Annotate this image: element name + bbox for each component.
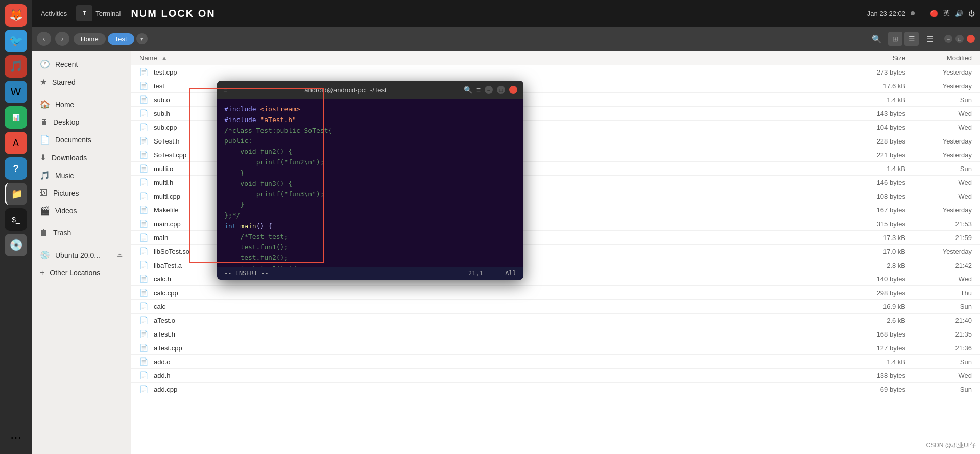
fm-test-breadcrumb[interactable]: Test	[108, 33, 134, 45]
rhythmbox-icon[interactable]: 🎵	[5, 55, 27, 78]
editor-menu-icon[interactable]: ≡	[223, 86, 227, 94]
libreoffice-writer-icon[interactable]: W	[5, 81, 27, 103]
sidebar-item-home[interactable]: 🏠 Home	[32, 95, 131, 113]
editor-minimize-button[interactable]: –	[485, 86, 493, 94]
dvd-icon[interactable]: 💿	[5, 234, 27, 256]
table-row[interactable]: 📄 add.cpp 69 bytes Sun	[131, 383, 980, 396]
firefox-icon[interactable]: 🦊	[5, 4, 27, 27]
table-row[interactable]: 📄 calc.cpp 298 bytes Thu	[131, 286, 980, 300]
file-name: test.cpp	[154, 68, 844, 76]
col-modified-header[interactable]: Modified	[905, 54, 972, 62]
file-name: aTest.o	[154, 317, 844, 324]
sidebar-item-starred[interactable]: ★ Starred	[32, 73, 131, 91]
table-row[interactable]: 📄 add.o 1.4 kB Sun	[131, 355, 980, 369]
file-type-icon: 📄	[139, 206, 150, 214]
fm-list-view-button[interactable]: ☰	[904, 32, 919, 46]
terminal-icon[interactable]: $_	[5, 208, 27, 231]
file-modified: Wed	[905, 193, 972, 200]
editor-maximize-button[interactable]: □	[497, 86, 505, 94]
home-icon: 🏠	[40, 100, 50, 109]
fm-maximize-button[interactable]: □	[955, 35, 964, 43]
appstore-icon[interactable]: A	[5, 132, 27, 154]
fm-home-breadcrumb[interactable]: Home	[74, 33, 106, 45]
file-type-icon: 📄	[139, 178, 150, 186]
file-modified: Sun	[905, 303, 972, 310]
app-grid-icon[interactable]: ⋯	[5, 426, 27, 449]
fm-close-button[interactable]	[967, 35, 975, 43]
file-modified: Yesterday	[905, 137, 972, 145]
file-name: add.h	[154, 372, 844, 379]
col-size-header[interactable]: Size	[844, 54, 905, 62]
editor-search-icon[interactable]: 🔍	[464, 86, 472, 94]
trash-icon: 🗑	[40, 228, 48, 237]
fm-forward-button[interactable]: ›	[55, 32, 69, 46]
file-size: 127 bytes	[844, 344, 905, 352]
fm-grid-view-button[interactable]: ⊞	[888, 32, 902, 46]
sidebar-item-ubuntu[interactable]: 💿 Ubuntu 20.0... ⏏	[32, 246, 131, 264]
sidebar-item-trash[interactable]: 🗑 Trash	[32, 224, 131, 242]
files-icon[interactable]: 📁	[5, 183, 27, 205]
activities-label[interactable]: Activities	[37, 8, 71, 19]
file-modified: Sun	[905, 358, 972, 366]
sidebar-item-videos[interactable]: 🎬 Videos	[32, 202, 131, 220]
volume-icon[interactable]: 🔊	[955, 10, 963, 17]
sidebar-item-pictures[interactable]: 🖼 Pictures	[32, 184, 131, 202]
table-row[interactable]: 📄 aTest.cpp 127 bytes 21:36	[131, 341, 980, 355]
terminal-tab-icon: T	[76, 5, 92, 21]
file-size: 138 bytes	[844, 372, 905, 379]
starred-icon: ★	[40, 77, 47, 87]
col-name-header[interactable]: Name ▲	[139, 54, 844, 62]
editor-statusbar: -- INSERT -- 21,1 All	[217, 267, 523, 280]
file-modified: Yesterday	[905, 248, 972, 255]
table-row[interactable]: 📄 aTest.o 2.6 kB 21:40	[131, 314, 980, 327]
sidebar-pictures-label: Pictures	[53, 189, 79, 197]
taskbar: 🦊 🐦 🎵 W 📊 A ? 📁 $_ 💿 ⋯	[0, 0, 32, 454]
thunderbird-icon[interactable]: 🐦	[5, 30, 27, 52]
desktop-icon: 🖥	[40, 117, 48, 127]
sidebar-item-downloads[interactable]: ⬇ Downloads	[32, 149, 131, 166]
fm-search-button[interactable]: 🔍	[870, 32, 884, 46]
other-locations-icon: +	[40, 268, 44, 277]
fm-breadcrumb-arrow[interactable]: ▾	[136, 33, 148, 44]
sidebar-item-desktop[interactable]: 🖥 Desktop	[32, 113, 131, 131]
sidebar-item-other-locations[interactable]: + Other Locations	[32, 264, 131, 281]
sidebar-item-music[interactable]: 🎵 Music	[32, 166, 131, 184]
file-name: calc	[154, 303, 844, 310]
libreoffice-calc-icon[interactable]: 📊	[5, 106, 27, 129]
fm-menu-button[interactable]: ☰	[923, 32, 937, 46]
file-name: calc.cpp	[154, 289, 844, 297]
eject-icon[interactable]: ⏏	[117, 252, 123, 259]
sidebar-starred-label: Starred	[52, 78, 76, 86]
file-size: 104 bytes	[844, 124, 905, 131]
file-modified: 21:42	[905, 261, 972, 269]
file-size: 1.4 kB	[844, 96, 905, 104]
file-size: 146 bytes	[844, 179, 905, 186]
file-type-icon: 📄	[139, 371, 150, 379]
power-icon[interactable]: ⏻	[968, 10, 975, 17]
file-size: 167 bytes	[844, 206, 905, 214]
file-size: 17.6 kB	[844, 82, 905, 90]
terminal-tab-label[interactable]: Terminal	[95, 10, 121, 17]
sidebar-item-documents[interactable]: 📄 Documents	[32, 131, 131, 149]
table-row[interactable]: 📄 add.h 138 bytes Wed	[131, 369, 980, 383]
file-modified: Sun	[905, 96, 972, 104]
file-modified: 21:53	[905, 220, 972, 228]
table-row[interactable]: 📄 calc 16.9 kB Sun	[131, 300, 980, 314]
sidebar-item-recent[interactable]: 🕐 Recent	[32, 55, 131, 73]
file-type-icon: 📄	[139, 192, 150, 200]
editor-options-icon[interactable]: ≡	[476, 86, 481, 94]
fm-back-button[interactable]: ‹	[37, 32, 51, 46]
file-size: 17.3 kB	[844, 234, 905, 242]
editor-close-button[interactable]	[509, 86, 517, 94]
sidebar-ubuntu-label: Ubuntu 20.0...	[55, 251, 100, 259]
editor-header: ≡ android@android-pc: ~/Test 🔍 ≡ – □	[217, 81, 523, 99]
file-size: 315 bytes	[844, 220, 905, 228]
lang-switch[interactable]: 英	[943, 9, 950, 18]
help-icon[interactable]: ?	[5, 157, 27, 180]
fm-minimize-button[interactable]: –	[944, 35, 952, 43]
table-row[interactable]: 📄 test.cpp 273 bytes Yesterday	[131, 65, 980, 79]
file-type-icon: 📄	[139, 247, 150, 255]
file-name: add.cpp	[154, 386, 844, 393]
table-row[interactable]: 📄 aTest.h 168 bytes 21:35	[131, 327, 980, 341]
file-size: 2.6 kB	[844, 317, 905, 324]
